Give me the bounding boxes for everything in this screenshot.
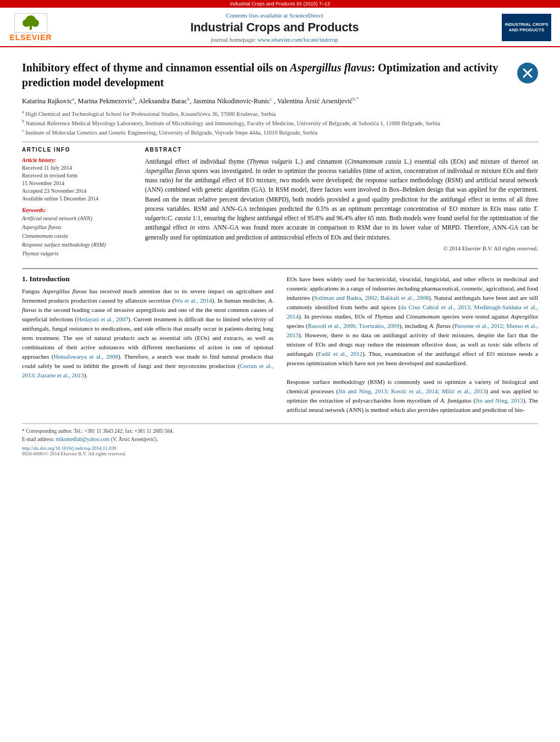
homepage-url[interactable]: www.elsevier.com/locate/indcrop (257, 36, 338, 43)
journal-title: Industrial Crops and Products (53, 20, 496, 35)
abstract-text: Antifungal effect of individual thyme (T… (145, 157, 538, 242)
authors-line: Katarina Rajkovica, Marina Pekmezovicb, … (22, 96, 538, 107)
journal-logo-box: INDUSTRIAL CROPS AND PRODUCTS (502, 14, 551, 41)
affiliations: a High Chemical and Technological School… (22, 109, 538, 137)
affiliation-b: b National Reference Medical Mycology La… (22, 118, 538, 127)
ref-gorran[interactable]: Gorran et al., 2013; Zuzarte et al., 201… (22, 362, 273, 378)
article-history: Article history: Received 11 July 2014 R… (22, 157, 132, 203)
keywords-list: Artificial neural network (ANN) Aspergil… (22, 214, 132, 258)
two-column-body: 1. Introduction Fungus Aspergillus flavu… (22, 275, 538, 415)
info-abstract-section: ARTICLE INFO Article history: Received 1… (22, 147, 538, 263)
abstract-heading: ABSTRACT (145, 147, 538, 153)
affiliation-c-text: Institute of Molecular Genetics and Gene… (25, 130, 317, 136)
journal-strip: Industrial Crops and Products 65 (2015) … (0, 0, 560, 8)
keywords-label: Keywords: (22, 207, 132, 213)
logo-line2: AND PRODUCTS (509, 27, 544, 33)
keyword-5: Thymus vulgaris (22, 249, 132, 258)
body-divider (22, 268, 538, 269)
accepted-date: Accepted 23 November 2014 (22, 187, 132, 195)
divider-after-affiliations (22, 142, 538, 142)
intro-col1-text: Fungus Aspergillus flavus has received m… (22, 287, 273, 380)
ref-wu-2014[interactable]: Wu et al., 2014 (174, 297, 212, 304)
sciencedirect-text: Contents lists available at ScienceDirec… (226, 12, 323, 19)
email-link[interactable]: mikomedlab@yahoo.com (56, 437, 110, 442)
keyword-4: Response surface methodology (RSM) (22, 241, 132, 249)
issn-text: 0926-6690/© 2014 Elsevier B.V. All right… (22, 451, 538, 456)
journal-header: ELSEVIER Contents lists available at Sci… (0, 8, 560, 47)
elsevier-text: ELSEVIER (9, 33, 52, 42)
article-body: Inhibitory effect of thyme and cinnamon … (0, 47, 560, 467)
logo-line1: INDUSTRIAL CROPS (505, 22, 548, 27)
journal-logo-right: INDUSTRIAL CROPS AND PRODUCTS (496, 14, 551, 41)
keywords-section: Keywords: Artificial neural network (ANN… (22, 207, 132, 258)
article-title-section: Inhibitory effect of thyme and cinnamon … (22, 60, 538, 90)
intro-heading-text: 1. Introduction (22, 275, 70, 283)
ref-hemalswarya[interactable]: Hemalswarya et al., 2008 (54, 353, 118, 360)
ref-hedayati[interactable]: Hedayati et al., 2007 (77, 316, 128, 322)
keyword-3: Cinnamomum cassia (22, 232, 132, 241)
svg-point-3 (31, 19, 39, 27)
crossmark-badge[interactable] (517, 63, 538, 83)
keyword-1: Artificial neural network (ANN) (22, 214, 132, 223)
footnote-text: * Corresponding author. Tel.: +381 11 36… (22, 427, 538, 443)
received-revised-date: 15 November 2014 (22, 180, 132, 187)
journal-header-center: Contents lists available at ScienceDirec… (53, 12, 496, 43)
email-label: E-mail address: (22, 437, 54, 442)
ref-fadil[interactable]: Fadil et al., 2012 (318, 350, 362, 357)
doi-link[interactable]: http://dx.doi.org/10.1016/j.indcrop.2014… (22, 445, 538, 451)
received-date: Received 11 July 2014 (22, 164, 132, 172)
footnote-section: * Corresponding author. Tel.: +381 11 36… (22, 423, 538, 456)
ref-jin-ning2[interactable]: Jin and Ning, 2013 (475, 397, 523, 404)
intro-col2-text: EOs have been widely used for bactericid… (287, 275, 538, 415)
homepage-label: journal homepage: (211, 36, 256, 43)
received-revised-label: Received in revised form (22, 172, 132, 180)
body-col-right: EOs have been widely used for bactericid… (287, 275, 538, 415)
ref-soliman[interactable]: Soliman and Badea, 2002; Bakkali et al.,… (314, 294, 429, 301)
corresponding-text: Corresponding author. Tel.: +381 11 3643… (26, 428, 173, 434)
article-info-panel: ARTICLE INFO Article history: Received 1… (22, 147, 132, 263)
keyword-2: Aspergillus flavus (22, 223, 132, 232)
affiliation-a: a High Chemical and Technological School… (22, 109, 538, 118)
svg-point-2 (23, 19, 30, 27)
journal-homepage: journal homepage: www.elsevier.com/locat… (53, 36, 496, 43)
title-text-before-italic: Inhibitory effect of thyme and cinnamon … (22, 62, 290, 74)
article-title: Inhibitory effect of thyme and cinnamon … (22, 60, 512, 90)
copyright-line: © 2014 Elsevier B.V. All rights reserved… (145, 246, 538, 252)
available-date: Available online 5 December 2014 (22, 195, 132, 203)
strip-text: Industrial Crops and Products 65 (2015) … (230, 1, 330, 7)
history-label: Article history: (22, 157, 132, 163)
body-col-left: 1. Introduction Fungus Aspergillus flavu… (22, 275, 273, 415)
sciencedirect-link[interactable]: Contents lists available at ScienceDirec… (53, 12, 496, 19)
elsevier-logo: ELSEVIER (9, 13, 53, 42)
ref-jin-ning[interactable]: Jin and Ning, 2013; Kostić et al., 2014;… (338, 388, 486, 394)
abstract-panel: ABSTRACT Antifungal effect of individual… (145, 147, 538, 263)
intro-heading: 1. Introduction (22, 275, 273, 283)
title-italic: Aspergillus flavus (290, 62, 371, 74)
affiliation-b-text: National Reference Medical Mycology Labo… (26, 120, 440, 126)
affiliation-a-text: High Chemical and Technological School f… (25, 110, 276, 116)
elsevier-tree-logo (14, 13, 47, 33)
ref-rasooli[interactable]: Rasooli et al., 2006; Tzortzakis, 2009 (308, 322, 400, 329)
article-info-heading: ARTICLE INFO (22, 147, 132, 153)
affiliation-c: c Institute of Molecular Genetics and Ge… (22, 127, 538, 137)
email-name: (V. Årsić Arsenijević). (111, 437, 158, 442)
